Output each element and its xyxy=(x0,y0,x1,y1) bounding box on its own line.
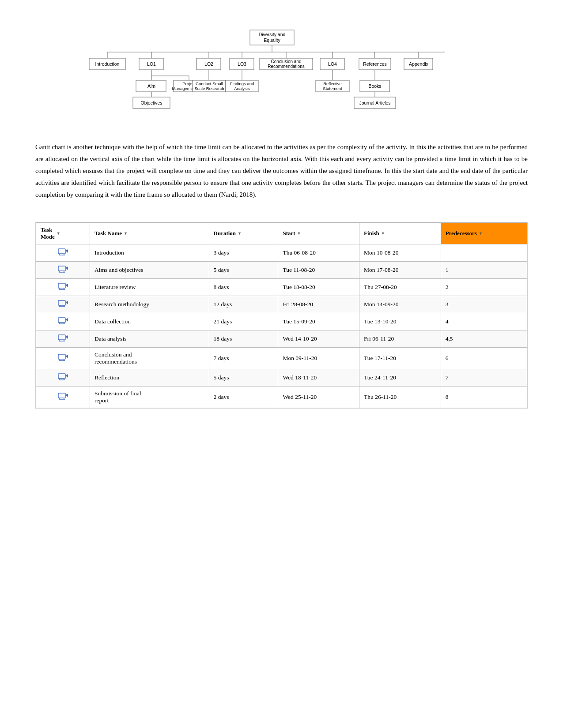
svg-rect-66 xyxy=(58,266,65,271)
svg-rect-81 xyxy=(58,318,65,323)
th-predecessors-label: Predecessors xyxy=(446,230,477,237)
task-mode-icon xyxy=(58,282,68,290)
svg-text:Conduct Small: Conduct Small xyxy=(196,81,223,86)
start-cell: Tue 11-08-20 xyxy=(278,262,359,279)
sort-arrow-finish: ▼ xyxy=(381,231,385,236)
svg-rect-71 xyxy=(58,283,65,288)
predecessors-cell: 4,5 xyxy=(441,330,527,348)
finish-cell: Tue 24-11-20 xyxy=(359,369,441,387)
task-mode-icon xyxy=(58,392,68,400)
sort-arrow-predecessors: ▼ xyxy=(479,231,483,236)
sort-arrow-duration: ▼ xyxy=(238,231,242,236)
th-start[interactable]: Start ▼ xyxy=(278,223,359,244)
svg-text:Reflective: Reflective xyxy=(323,81,342,86)
gantt-table-wrapper: TaskMode ▼ Task Name ▼ Duration ▼ xyxy=(35,222,528,409)
task-mode-cell xyxy=(36,369,90,387)
duration-cell: 3 days xyxy=(209,244,278,262)
svg-text:Recommendations: Recommendations xyxy=(268,64,304,69)
svg-text:Objectives: Objectives xyxy=(140,100,162,105)
finish-cell: Mon 14-09-20 xyxy=(359,296,441,313)
start-cell: Wed 25-11-20 xyxy=(278,387,359,408)
task-name-cell: Reflection xyxy=(90,369,209,387)
task-name-cell: Data analysis xyxy=(90,330,209,348)
table-row: Research methodology12 daysFri 28-08-20M… xyxy=(36,296,527,313)
predecessors-cell: 4 xyxy=(441,313,527,330)
svg-rect-96 xyxy=(58,374,65,379)
svg-text:LO3: LO3 xyxy=(238,61,246,67)
task-name-cell: Literature review xyxy=(90,279,209,296)
table-row: Aims and objectives5 daysTue 11-08-20Mon… xyxy=(36,262,527,279)
th-finish-label: Finish xyxy=(364,230,379,237)
svg-text:Appendix: Appendix xyxy=(409,61,429,67)
start-cell: Thu 06-08-20 xyxy=(278,244,359,262)
svg-marker-70 xyxy=(65,266,68,270)
th-task-mode-label: TaskMode xyxy=(41,226,55,240)
start-cell: Mon 09-11-20 xyxy=(278,348,359,369)
svg-text:Statement: Statement xyxy=(323,86,342,91)
svg-marker-95 xyxy=(65,355,68,358)
finish-cell: Tue 13-10-20 xyxy=(359,313,441,330)
svg-text:Analysis: Analysis xyxy=(234,86,250,91)
task-name-cell: Submission of finalreport xyxy=(90,387,209,408)
task-name-cell: Introduction xyxy=(90,244,209,262)
duration-cell: 12 days xyxy=(209,296,278,313)
svg-text:Conclusion and: Conclusion and xyxy=(271,59,301,64)
th-task-name[interactable]: Task Name ▼ xyxy=(90,223,209,244)
svg-text:Equality: Equality xyxy=(264,38,280,43)
table-row: Reflection5 daysWed 18-11-20Tue 24-11-20… xyxy=(36,369,527,387)
start-cell: Wed 18-11-20 xyxy=(278,369,359,387)
predecessors-cell: 2 xyxy=(441,279,527,296)
th-duration[interactable]: Duration ▼ xyxy=(209,223,278,244)
finish-cell: Tue 17-11-20 xyxy=(359,348,441,369)
predecessors-cell: 3 xyxy=(441,296,527,313)
duration-cell: 7 days xyxy=(209,348,278,369)
predecessors-cell: 7 xyxy=(441,369,527,387)
body-paragraph: Gantt chart is another technique with th… xyxy=(35,141,528,201)
th-predecessors[interactable]: Predecessors ▼ xyxy=(441,223,527,244)
finish-cell: Mon 17-08-20 xyxy=(359,262,441,279)
task-mode-icon xyxy=(58,248,68,256)
task-name-cell: Research methodology xyxy=(90,296,209,313)
task-name-cell: Conclusion andrecommendations xyxy=(90,348,209,369)
task-name-cell: Aims and objectives xyxy=(90,262,209,279)
sort-arrow-task-mode: ▼ xyxy=(57,231,60,236)
svg-text:Aim: Aim xyxy=(147,83,155,89)
svg-marker-80 xyxy=(65,301,68,304)
finish-cell: Thu 26-11-20 xyxy=(359,387,441,408)
svg-marker-65 xyxy=(65,249,68,253)
svg-rect-61 xyxy=(58,249,65,254)
svg-text:LO4: LO4 xyxy=(328,61,337,67)
th-task-name-label: Task Name xyxy=(94,230,122,237)
th-finish[interactable]: Finish ▼ xyxy=(359,223,441,244)
start-cell: Wed 14-10-20 xyxy=(278,330,359,348)
task-name-cell: Data collection xyxy=(90,313,209,330)
th-duration-label: Duration xyxy=(214,230,236,237)
gantt-table: TaskMode ▼ Task Name ▼ Duration ▼ xyxy=(36,222,527,408)
table-row: Data collection21 daysTue 15-09-20Tue 13… xyxy=(36,313,527,330)
svg-rect-91 xyxy=(58,354,65,359)
task-mode-icon xyxy=(58,353,68,361)
task-mode-icon xyxy=(58,334,68,342)
table-row: Conclusion andrecommendations7 daysMon 0… xyxy=(36,348,527,369)
duration-cell: 2 days xyxy=(209,387,278,408)
svg-rect-101 xyxy=(58,393,65,398)
table-row: Introduction3 daysThu 06-08-20Mon 10-08-… xyxy=(36,244,527,262)
task-mode-cell xyxy=(36,348,90,369)
svg-marker-85 xyxy=(65,318,68,322)
table-header-row: TaskMode ▼ Task Name ▼ Duration ▼ xyxy=(36,223,527,244)
svg-rect-76 xyxy=(58,300,65,305)
svg-text:LO1: LO1 xyxy=(147,61,156,67)
duration-cell: 21 days xyxy=(209,313,278,330)
task-mode-icon xyxy=(58,373,68,381)
th-task-mode[interactable]: TaskMode ▼ xyxy=(36,223,90,244)
finish-cell: Fri 06-11-20 xyxy=(359,330,441,348)
finish-cell: Thu 27-08-20 xyxy=(359,279,441,296)
duration-cell: 8 days xyxy=(209,279,278,296)
task-mode-cell xyxy=(36,296,90,313)
predecessors-cell: 8 xyxy=(441,387,527,408)
duration-cell: 5 days xyxy=(209,369,278,387)
finish-cell: Mon 10-08-20 xyxy=(359,244,441,262)
start-cell: Tue 18-08-20 xyxy=(278,279,359,296)
svg-text:Books: Books xyxy=(368,83,381,89)
task-mode-icon xyxy=(58,265,68,273)
